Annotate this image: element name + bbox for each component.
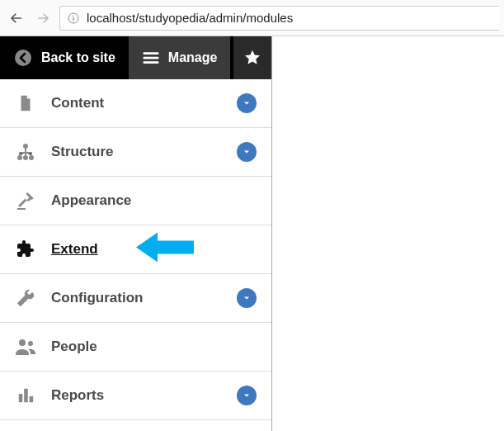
menu-item-label: Content (51, 95, 104, 111)
svg-rect-10 (19, 394, 23, 402)
svg-rect-11 (24, 389, 28, 403)
menu-item-appearance[interactable]: Appearance (0, 177, 271, 225)
people-icon (15, 336, 36, 358)
manage-button[interactable]: Manage (129, 36, 231, 79)
svg-point-4 (23, 144, 28, 149)
puzzle-icon (15, 239, 36, 260)
svg-point-3 (15, 50, 31, 66)
menu-item-label: Structure (51, 144, 114, 160)
favorites-button[interactable] (233, 36, 271, 79)
gavel-icon (15, 190, 36, 211)
sitemap-icon (15, 141, 36, 163)
menu-item-content[interactable]: Content (0, 79, 271, 128)
chevron-down-icon[interactable] (237, 93, 257, 113)
admin-menu: Content Structure Appearance (0, 79, 271, 431)
svg-point-8 (19, 339, 26, 346)
menu-item-extend[interactable]: Extend (0, 225, 271, 274)
menu-item-label: Appearance (51, 192, 131, 209)
svg-rect-12 (30, 396, 34, 402)
wrench-icon (15, 287, 36, 309)
svg-point-5 (17, 155, 22, 160)
nav-arrow-group (5, 7, 54, 30)
svg-point-7 (29, 155, 34, 160)
chevron-down-icon[interactable] (237, 142, 257, 162)
manage-label: Manage (168, 50, 218, 65)
document-icon (15, 92, 36, 114)
arrow-right-icon (35, 11, 50, 26)
bar-chart-icon (15, 385, 36, 406)
arrow-left-icon (9, 11, 24, 26)
menu-item-label: Extend (51, 241, 98, 258)
browser-address-bar: localhost/studyopedia/admin/modules (0, 0, 504, 36)
menu-item-people[interactable]: People (0, 323, 271, 372)
svg-point-6 (23, 155, 28, 160)
hamburger-icon (142, 49, 160, 67)
svg-point-9 (28, 341, 33, 346)
circle-chevron-left-icon (13, 48, 33, 68)
menu-item-label: People (51, 339, 97, 355)
star-icon (243, 49, 261, 67)
menu-item-structure[interactable]: Structure (0, 128, 271, 177)
callout-arrow-icon (136, 231, 194, 268)
back-to-site-button[interactable]: Back to site (0, 36, 129, 79)
menu-item-label: Configuration (51, 290, 143, 306)
svg-rect-2 (73, 17, 73, 21)
content-pane (272, 36, 504, 431)
chevron-down-icon[interactable] (237, 288, 257, 308)
menu-item-reports[interactable]: Reports (0, 372, 271, 420)
menu-item-label: Reports (51, 387, 104, 404)
menu-item-configuration[interactable]: Configuration (0, 274, 271, 323)
nav-forward-button[interactable] (31, 7, 54, 30)
url-text: localhost/studyopedia/admin/modules (87, 11, 293, 25)
info-icon (67, 12, 80, 25)
admin-sidebar: Back to site Manage Content (0, 36, 272, 431)
back-to-site-label: Back to site (41, 50, 115, 65)
menu-item-help[interactable]: Help (0, 420, 271, 431)
svg-point-1 (73, 15, 74, 17)
admin-toolbar: Back to site Manage (0, 36, 271, 79)
url-input[interactable]: localhost/studyopedia/admin/modules (59, 6, 499, 31)
nav-back-button[interactable] (5, 7, 28, 30)
chevron-down-icon[interactable] (237, 386, 257, 405)
